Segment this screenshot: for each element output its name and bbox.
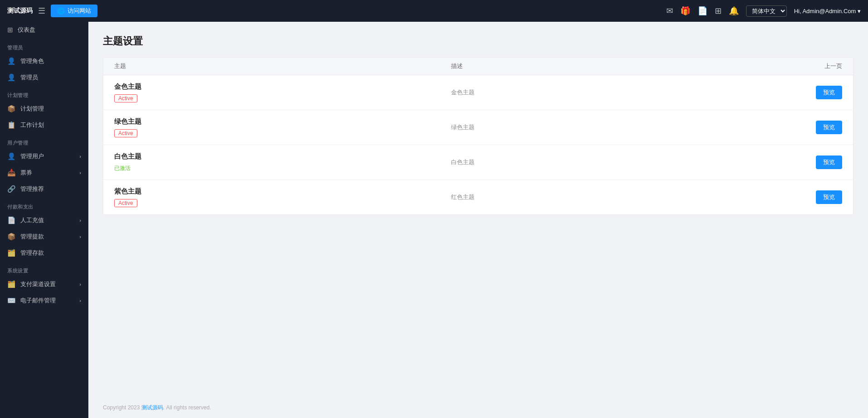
main-layout: ⊞ 仪表盘 管理员 👤 管理角色 👤 管理员 计划管理 📦 计划管理 📋 工作计… xyxy=(0,22,868,418)
theme-description: 红色主题 xyxy=(451,193,788,201)
email-icon[interactable]: ✉ xyxy=(666,6,673,16)
footer-text: Copyright 2023 测试源码. All rights reserved… xyxy=(103,404,211,411)
sidebar-item-label: 人工充值 xyxy=(20,216,44,224)
sidebar-item-manage-deposit[interactable]: 🗂️ 管理存款 xyxy=(0,245,88,261)
theme-name: 金色主题 xyxy=(114,83,451,91)
chevron-right-icon: › xyxy=(79,282,81,287)
preview-button[interactable]: 预览 xyxy=(816,121,842,134)
chevron-right-icon: › xyxy=(79,298,81,303)
theme-table: 主题 描述 上一页 金色主题 Active 金色主题 预览 xyxy=(103,57,853,215)
sidebar-item-tickets[interactable]: 📥 票券 › xyxy=(0,165,88,181)
topbar: 测试源码 ☰ 🌐 访问网站 ✉ 🎁 📄 ⊞ 🔔 简体中文 Hi, Admin@A… xyxy=(0,0,868,22)
sidebar-item-manage-users[interactable]: 👤 管理用户 › xyxy=(0,148,88,165)
sidebar-item-label: 电子邮件管理 xyxy=(20,296,56,305)
sidebar-item-label: 仪表盘 xyxy=(18,26,35,34)
document-icon[interactable]: 📄 xyxy=(698,6,708,16)
sidebar-item-label: 管理角色 xyxy=(20,57,44,65)
col-header-desc: 描述 xyxy=(451,62,788,70)
theme-cell: 白色主题 已激活 xyxy=(114,152,451,172)
sidebar-section-plan: 计划管理 xyxy=(0,86,88,101)
sidebar-item-work-plan[interactable]: 📋 工作计划 xyxy=(0,117,88,133)
table-row: 金色主题 Active 金色主题 预览 xyxy=(103,75,853,110)
page-title: 主题设置 xyxy=(103,34,853,48)
theme-description: 白色主题 xyxy=(451,158,788,166)
sidebar-item-manage-roles[interactable]: 👤 管理角色 xyxy=(0,53,88,69)
status-badge: Active xyxy=(114,94,137,102)
recommend-icon: 🔗 xyxy=(7,185,16,193)
preview-button[interactable]: 预览 xyxy=(816,156,842,169)
sidebar-item-manual-recharge[interactable]: 📄 人工充值 › xyxy=(0,212,88,228)
col-header-theme: 主题 xyxy=(114,62,451,70)
admin-icon: 👤 xyxy=(7,73,16,82)
sidebar-item-label: 计划管理 xyxy=(20,105,44,113)
table-row: 绿色主题 Active 绿色主题 预览 xyxy=(103,110,853,145)
dashboard-icon: ⊞ xyxy=(7,26,13,34)
theme-name: 绿色主题 xyxy=(114,117,451,126)
role-icon: 👤 xyxy=(7,57,16,65)
content-inner: 主题设置 主题 描述 上一页 金色主题 Active 金色主题 预览 xyxy=(88,22,868,398)
bell-icon[interactable]: 🔔 xyxy=(729,6,739,16)
sidebar-item-label: 支付渠道设置 xyxy=(20,280,56,288)
topbar-left: 测试源码 ☰ 🌐 访问网站 xyxy=(7,5,97,17)
action-cell: 预览 xyxy=(788,86,842,99)
status-badge: Active xyxy=(114,199,137,207)
topbar-right: ✉ 🎁 📄 ⊞ 🔔 简体中文 Hi, Admin@Admin.Com ▾ xyxy=(666,5,861,17)
sidebar-item-label: 管理存款 xyxy=(20,249,44,257)
sidebar-item-label: 票券 xyxy=(20,169,32,177)
table-header: 主题 描述 上一页 xyxy=(103,58,853,75)
content-area: 主题设置 主题 描述 上一页 金色主题 Active 金色主题 预览 xyxy=(88,22,868,418)
visit-site-label: 访问网站 xyxy=(68,7,91,15)
sidebar-item-manage-recommend[interactable]: 🔗 管理推荐 xyxy=(0,181,88,197)
visit-site-button[interactable]: 🌐 访问网站 xyxy=(51,5,97,17)
email-manage-icon: ✉️ xyxy=(7,296,16,305)
col-header-action: 上一页 xyxy=(788,62,842,70)
chevron-right-icon: › xyxy=(79,154,81,159)
theme-cell: 紫色主题 Active xyxy=(114,187,451,207)
chevron-right-icon: › xyxy=(79,218,81,223)
status-badge: Active xyxy=(114,129,137,137)
sidebar-section-users: 用户管理 xyxy=(0,133,88,148)
footer-link[interactable]: 测试源码 xyxy=(141,404,163,411)
globe-icon: 🌐 xyxy=(57,7,65,15)
recharge-icon: 📄 xyxy=(7,216,16,224)
chevron-right-icon: › xyxy=(79,170,81,175)
sidebar-item-payment-channels[interactable]: 🗂️ 支付渠道设置 › xyxy=(0,276,88,292)
action-cell: 预览 xyxy=(788,156,842,169)
theme-cell: 金色主题 Active xyxy=(114,83,451,102)
theme-name: 紫色主题 xyxy=(114,187,451,196)
action-cell: 预览 xyxy=(788,190,842,204)
sidebar-item-label: 管理推荐 xyxy=(20,185,44,193)
activated-label: 已激活 xyxy=(114,165,131,171)
preview-button[interactable]: 预览 xyxy=(816,86,842,99)
gift-icon[interactable]: 🎁 xyxy=(680,6,690,16)
language-select[interactable]: 简体中文 xyxy=(746,5,787,17)
sidebar-section-payment: 付款和支出 xyxy=(0,197,88,212)
deposit-icon: 🗂️ xyxy=(7,249,16,257)
preview-button[interactable]: 预览 xyxy=(816,190,842,204)
sidebar-section-admin: 管理员 xyxy=(0,38,88,53)
action-cell: 预览 xyxy=(788,121,842,134)
channels-icon: 🗂️ xyxy=(7,280,16,288)
table-row: 紫色主题 Active 红色主题 预览 xyxy=(103,180,853,214)
grid-icon[interactable]: ⊞ xyxy=(715,6,722,16)
plan-icon: 📦 xyxy=(7,105,16,113)
chevron-right-icon: › xyxy=(79,234,81,239)
sidebar-item-plan-manage[interactable]: 📦 计划管理 xyxy=(0,101,88,117)
user-info[interactable]: Hi, Admin@Admin.Com ▾ xyxy=(794,8,861,15)
theme-name: 白色主题 xyxy=(114,152,451,161)
sidebar-item-email-manage[interactable]: ✉️ 电子邮件管理 › xyxy=(0,292,88,309)
work-plan-icon: 📋 xyxy=(7,121,16,129)
users-icon: 👤 xyxy=(7,152,16,160)
menu-toggle-icon[interactable]: ☰ xyxy=(38,6,45,16)
table-row: 白色主题 已激活 白色主题 预览 xyxy=(103,145,853,180)
withdraw-icon: 📦 xyxy=(7,233,16,241)
sidebar-item-dashboard[interactable]: ⊞ 仪表盘 xyxy=(0,22,88,38)
sidebar-item-admins[interactable]: 👤 管理员 xyxy=(0,69,88,86)
sidebar-item-label: 管理员 xyxy=(20,73,38,82)
footer: Copyright 2023 测试源码. All rights reserved… xyxy=(88,398,868,418)
sidebar-item-manage-withdraw[interactable]: 📦 管理提款 › xyxy=(0,228,88,245)
theme-description: 金色主题 xyxy=(451,88,788,97)
sidebar-section-system: 系统设置 xyxy=(0,261,88,276)
sidebar-item-label: 管理用户 xyxy=(20,152,44,160)
theme-cell: 绿色主题 Active xyxy=(114,117,451,137)
